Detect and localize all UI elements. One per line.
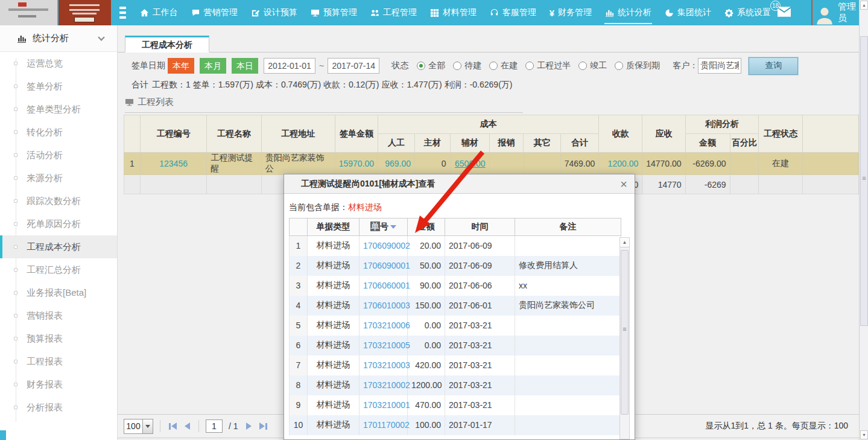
this-day-button[interactable]: 本日 xyxy=(232,58,258,74)
col-group-cost: 成本 xyxy=(378,115,599,134)
sign-amount-link[interactable]: 15970.00 xyxy=(339,159,374,168)
doc-no-link[interactable]: 1703210002 xyxy=(363,380,410,390)
dropdown-arrow-icon[interactable] xyxy=(142,419,153,433)
col-main-material: 主材 xyxy=(415,134,451,153)
table-header-group-row: 工程编号 工程名称 工程地址 签单金额 成本 收款 应收 利润分析 工程状态 xyxy=(124,115,859,134)
bullet-icon xyxy=(14,291,17,295)
doc-no-link[interactable]: 1706010003 xyxy=(363,301,410,310)
sidebar-item-business-report-beta[interactable]: 业务报表[Beta] xyxy=(0,281,117,304)
nav-item-project[interactable]: 工程管理 xyxy=(364,0,423,25)
sidebar-item-analysis-report[interactable]: 分析报表 xyxy=(0,396,117,419)
doc-no-link[interactable]: 1701170002 xyxy=(363,420,410,430)
col-date: 时间 xyxy=(445,218,515,236)
first-page-button[interactable] xyxy=(167,421,179,432)
messages-button[interactable]: 18 xyxy=(778,7,791,19)
brand-logo-right[interactable] xyxy=(59,0,111,25)
tab-project-cost-analysis[interactable]: 工程成本分析 xyxy=(125,36,209,53)
nav-item-marketing[interactable]: 营销管理 xyxy=(185,0,244,25)
status-radio-in-progress[interactable]: 在建 xyxy=(489,60,518,71)
date-from-input[interactable] xyxy=(264,58,315,74)
sidebar-item-project-summary-analysis[interactable]: 工程汇总分析 xyxy=(0,258,117,281)
scroll-down-icon[interactable]: ▼ xyxy=(860,430,868,439)
last-page-button[interactable] xyxy=(258,421,269,432)
sidebar-item-sign-type-analysis[interactable]: 签单类型分析 xyxy=(0,98,117,121)
doc-no-link[interactable]: 1706090002 xyxy=(363,241,410,250)
scroll-up-icon[interactable]: ▲ xyxy=(860,1,868,10)
status-radio-completed[interactable]: 竣工 xyxy=(578,60,607,71)
status-radio-half-done[interactable]: 工程过半 xyxy=(525,60,571,71)
document-row: 7 材料进场 1703210003 420.00 2017-03-21 xyxy=(290,356,621,375)
sidebar-item-source-analysis[interactable]: 来源分析 xyxy=(0,167,117,190)
radio-icon xyxy=(615,62,623,70)
brand-logo-left[interactable] xyxy=(0,0,59,25)
sidebar-item-dead-order-analysis[interactable]: 死单原因分析 xyxy=(0,212,117,235)
nav-item-statistics[interactable]: 统计分析 xyxy=(598,0,658,25)
sidebar-item-conversion-analysis[interactable]: 转化分析 xyxy=(0,121,117,144)
status-radio-pending[interactable]: 待建 xyxy=(453,60,481,71)
labor-cost-link[interactable]: 969.00 xyxy=(385,159,411,168)
document-row: 9 材料进场 1703210001 470.00 2017-03-21 xyxy=(290,395,621,415)
doc-no-link[interactable]: 1703210003 xyxy=(363,360,410,370)
page-number-input[interactable] xyxy=(206,419,223,433)
doc-no-link[interactable]: 1703210005 xyxy=(363,340,410,350)
sort-desc-icon[interactable] xyxy=(390,225,396,229)
sidebar-item-marketing-report[interactable]: 营销报表 xyxy=(0,304,117,327)
bullet-icon xyxy=(14,153,17,157)
menu-toggle-button[interactable] xyxy=(119,7,126,19)
col-status: 工程状态 xyxy=(759,115,803,153)
scrollbar-thumb[interactable]: ≡ xyxy=(621,250,629,415)
last-page-icon xyxy=(259,422,265,430)
sidebar-item-budget-report[interactable]: 预算报表 xyxy=(0,327,117,350)
document-row: 4 材料进场 1706010003 150.00 2017-06-01 贵阳尚艺… xyxy=(290,296,621,316)
nav-item-group-stats[interactable]: 集团统计 xyxy=(658,0,718,25)
nav-label: 财务管理 xyxy=(558,7,592,18)
this-year-button[interactable]: 本年 xyxy=(168,58,194,74)
document-row: 5 材料进场 1703210006 0.00 2017-03-21 xyxy=(290,316,621,336)
nav-item-service[interactable]: 客服管理 xyxy=(483,0,543,25)
search-button[interactable]: 查询 xyxy=(749,57,798,75)
sidebar-item-activity-analysis[interactable]: 活动分析 xyxy=(0,144,117,167)
nav-item-workbench[interactable]: 工作台 xyxy=(133,0,185,25)
scroll-up-icon[interactable]: ▲ xyxy=(620,238,629,247)
sidebar-item-label: 来源分析 xyxy=(27,173,63,184)
this-month-button[interactable]: 本月 xyxy=(200,58,226,74)
sidebar-section-statistics[interactable]: 统计分析 xyxy=(0,25,117,52)
received-link[interactable]: 1200.00 xyxy=(608,159,639,168)
sidebar-item-project-report[interactable]: 工程报表 xyxy=(0,350,117,373)
nav-item-settings[interactable]: 系统设置 xyxy=(718,0,778,25)
col-doc-no[interactable]: 单号 xyxy=(360,218,408,236)
nav-item-design-budget[interactable]: 设计预算 xyxy=(244,0,304,25)
sidebar-item-sign-analysis[interactable]: 签单分析 xyxy=(0,75,117,98)
date-to-input[interactable] xyxy=(328,58,379,74)
scrollbar-thumb[interactable]: ≡ xyxy=(860,36,868,326)
status-radio-warranty[interactable]: 质保到期 xyxy=(615,60,660,71)
nav-item-budget[interactable]: 预算管理 xyxy=(304,0,364,25)
avatar[interactable] xyxy=(813,0,837,25)
sidebar-item-finance-report[interactable]: 财务报表 xyxy=(0,373,117,396)
dialog-scrollbar[interactable]: ▲ ≡ xyxy=(619,237,630,439)
message-count-badge: 18 xyxy=(770,1,781,11)
sidebar-item-label: 签单类型分析 xyxy=(27,104,81,115)
page-size-select[interactable]: 100 xyxy=(124,419,153,434)
radio-label: 竣工 xyxy=(590,60,607,71)
page-scrollbar[interactable]: ▲ ≡ ▼ xyxy=(859,0,868,440)
user-name[interactable]: 管理员 xyxy=(838,1,857,24)
sidebar-item-follow-count-analysis[interactable]: 跟踪次数分析 xyxy=(0,190,117,212)
project-no-link[interactable]: 123456 xyxy=(159,159,188,168)
sidebar-item-operations-overview[interactable]: 运营总览 xyxy=(0,52,117,75)
doc-no-link[interactable]: 1706060001 xyxy=(363,281,410,290)
doc-no-link[interactable]: 1703210001 xyxy=(363,400,410,410)
aux-material-link[interactable]: 6500.00 xyxy=(455,159,486,168)
next-page-button[interactable] xyxy=(244,421,253,432)
doc-no-link[interactable]: 1706090001 xyxy=(363,261,410,270)
customer-input[interactable] xyxy=(698,58,741,74)
nav-item-material[interactable]: 材料管理 xyxy=(423,0,483,25)
doc-no-link[interactable]: 1703210006 xyxy=(363,320,410,330)
prev-page-button[interactable] xyxy=(183,421,192,432)
sidebar-item-project-cost-analysis[interactable]: 工程成本分析 xyxy=(0,235,117,258)
sidebar-section-title: 统计分析 xyxy=(33,33,69,44)
nav-item-finance[interactable]: ¥ 财务管理 xyxy=(543,0,598,25)
cell-index: 1 xyxy=(124,153,141,175)
close-icon[interactable]: × xyxy=(620,178,627,190)
status-radio-all[interactable]: 全部 xyxy=(417,60,445,71)
